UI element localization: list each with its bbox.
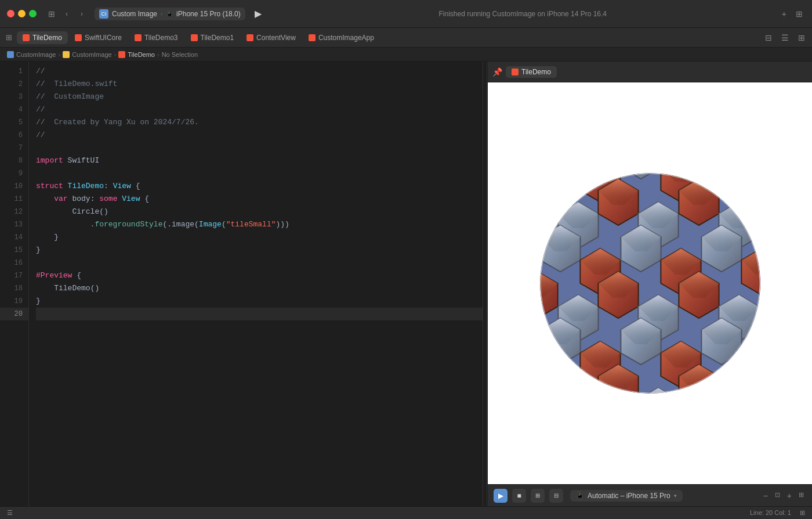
breadcrumb-project[interactable]: CustomImage: [7, 51, 56, 58]
code-content[interactable]: //// TileDemo.swift// CustomImage//// Cr…: [29, 62, 483, 506]
tab-contentview[interactable]: ContentView: [241, 31, 302, 44]
svg-marker-64: [540, 365, 558, 391]
tab-bar: ⊞ TileDemo SwiftUICore TileDemo3 TileDem…: [0, 28, 812, 48]
code-line[interactable]: }: [36, 231, 483, 244]
code-token: }: [36, 231, 59, 244]
zoom-in-more-btn[interactable]: ⊞: [796, 490, 806, 502]
breadcrumb-folder[interactable]: CustomImage: [63, 51, 111, 58]
zoom-fit-btn[interactable]: ⊡: [773, 490, 782, 502]
debug-ctrl-btn[interactable]: ⊟: [549, 489, 563, 503]
code-line[interactable]: [36, 308, 483, 320]
device-label: iPhone 15 Pro (18.0): [176, 10, 241, 18]
svg-marker-13: [741, 173, 760, 202]
svg-marker-73: [719, 388, 759, 394]
add-button[interactable]: +: [780, 8, 789, 20]
line-number: 5: [0, 116, 28, 129]
code-area[interactable]: 1234567891011121314151617181920 //// Til…: [0, 62, 483, 506]
titlebar-right: + ⊞: [780, 8, 805, 20]
tab-tileDemo[interactable]: TileDemo: [17, 31, 68, 44]
line-number: 4: [0, 103, 28, 116]
svg-marker-16: [540, 179, 558, 205]
adjust-icon[interactable]: ⊞: [796, 32, 807, 44]
sidebar-toggle-icon[interactable]: ⊞: [46, 8, 57, 20]
status-right: Line: 20 Col: 1 ⊞: [750, 509, 805, 517]
status-text: Finished running CustomImage on iPhone 1…: [271, 10, 775, 18]
forward-icon[interactable]: ›: [76, 8, 88, 20]
code-line[interactable]: }: [36, 244, 483, 257]
breadcrumb-folder-label: CustomImage: [72, 51, 111, 58]
scheme-selector[interactable]: CI Custom Image › 📱 iPhone 15 Pro (18.0): [95, 8, 245, 20]
line-number: 11: [0, 193, 28, 206]
code-line[interactable]: [36, 257, 483, 269]
code-token: (): [99, 206, 108, 218]
device-selector[interactable]: 📱 Automatic – iPhone 15 Pro ▾: [570, 490, 683, 502]
preview-toolbar: 📌 TileDemo: [488, 62, 812, 82]
code-line[interactable]: //: [36, 129, 483, 142]
status-bar: ☰ Line: 20 Col: 1 ⊞: [0, 506, 812, 519]
code-line[interactable]: .foregroundStyle(.image(Image("tileSmall…: [36, 218, 483, 231]
hex-preview: [540, 173, 760, 394]
code-line[interactable]: // TileDemo.swift: [36, 78, 483, 91]
code-line[interactable]: import SwiftUI: [36, 154, 483, 167]
svg-marker-15: [540, 179, 558, 225]
tab-tiledemo1[interactable]: TileDemo1: [185, 31, 240, 44]
zoom-in-btn[interactable]: +: [785, 490, 794, 502]
traffic-lights: [7, 10, 37, 17]
code-editor[interactable]: 1234567891011121314151617181920 //// Til…: [0, 62, 483, 506]
code-token: // CustomImage: [36, 91, 104, 103]
svg-marker-61: [741, 341, 760, 388]
tab-swiftuicore[interactable]: SwiftUICore: [69, 31, 128, 44]
run-button[interactable]: ▶: [250, 6, 266, 22]
device-icon: 📱: [166, 10, 173, 17]
tab-tiledemo3[interactable]: TileDemo3: [129, 31, 184, 44]
code-token: :: [90, 193, 100, 206]
code-line[interactable]: //: [36, 65, 483, 78]
back-icon[interactable]: ‹: [61, 8, 72, 20]
code-line[interactable]: Circle(): [36, 206, 483, 218]
svg-marker-66: [558, 388, 598, 394]
stop-ctrl-btn[interactable]: ■: [512, 489, 526, 503]
tabbar-right-controls: ⊟ ☰ ⊞: [763, 32, 807, 44]
minimize-button[interactable]: [18, 10, 26, 17]
code-token: struct: [36, 180, 63, 193]
pin-button[interactable]: 📌: [492, 67, 502, 77]
code-token: {: [131, 180, 140, 193]
code-line[interactable]: }: [36, 295, 483, 308]
code-line[interactable]: // CustomImage: [36, 91, 483, 103]
code-token: ))): [276, 218, 289, 231]
layout-button[interactable]: ⊞: [793, 8, 805, 20]
code-line[interactable]: struct TileDemo: View {: [36, 180, 483, 193]
preview-tab-text: TileDemo: [521, 68, 551, 76]
inspector-icon[interactable]: ☰: [779, 32, 791, 44]
nav-icons: ⊞: [5, 32, 13, 43]
code-line[interactable]: [36, 167, 483, 180]
code-token: SwiftUI: [63, 154, 99, 167]
code-line[interactable]: //: [36, 103, 483, 116]
close-button[interactable]: [7, 10, 14, 17]
inspect-ctrl-btn[interactable]: ⊞: [531, 489, 545, 503]
code-line[interactable]: #Preview {: [36, 269, 483, 282]
code-line[interactable]: [36, 142, 483, 154]
code-token: Image: [199, 218, 222, 231]
code-token: #Preview: [36, 269, 72, 282]
fullscreen-button[interactable]: [29, 10, 37, 17]
editor-preview-divider[interactable]: [483, 62, 487, 506]
tab-icon-swift4: [191, 34, 198, 41]
scheme-icon: CI: [99, 9, 108, 19]
breadcrumb-selection[interactable]: No Selection: [162, 51, 198, 58]
code-line[interactable]: var body: some View {: [36, 193, 483, 206]
code-token: TileDemo: [63, 180, 104, 193]
navigator-icon[interactable]: ⊞: [5, 32, 13, 43]
tab-label-contentview: ContentView: [256, 34, 296, 42]
zoom-out-small-btn[interactable]: −: [761, 490, 770, 502]
code-line[interactable]: TileDemo(): [36, 282, 483, 295]
breadcrumb-file[interactable]: TileDemo: [118, 51, 155, 58]
code-token: // Created by Yang Xu on 2024/7/26.: [36, 116, 199, 129]
split-editor-icon[interactable]: ⊟: [763, 32, 774, 44]
code-line[interactable]: // Created by Yang Xu on 2024/7/26.: [36, 116, 483, 129]
svg-marker-2: [540, 173, 560, 196]
tab-customimageapp[interactable]: CustomImageApp: [303, 31, 380, 44]
play-ctrl-btn[interactable]: ▶: [494, 489, 507, 503]
code-token: {: [140, 193, 149, 206]
tab-label-tiledemo: TileDemo: [32, 34, 62, 42]
